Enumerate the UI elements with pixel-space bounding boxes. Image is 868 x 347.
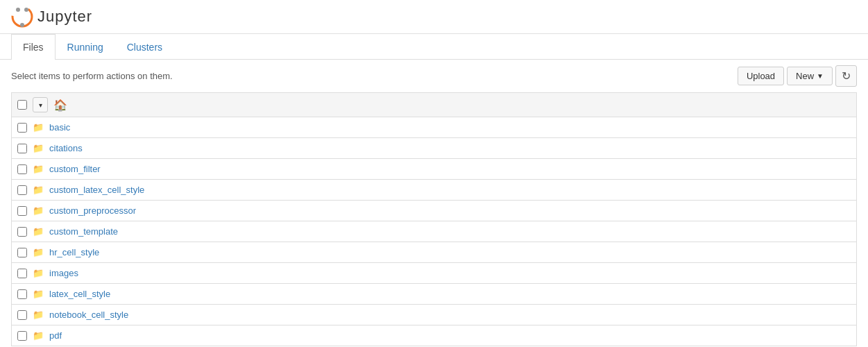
table-row: 📁custom_filter: [11, 158, 857, 179]
svg-point-3: [20, 23, 24, 27]
file-link[interactable]: images: [49, 268, 78, 278]
file-link[interactable]: notebook_cell_style: [49, 310, 128, 320]
new-dropdown-arrow: ▼: [817, 72, 824, 80]
row-checkbox[interactable]: [17, 164, 27, 174]
folder-icon: 📁: [33, 268, 44, 278]
jupyter-logo-icon: [11, 6, 33, 28]
table-row: 📁latex_cell_style: [11, 283, 857, 304]
folder-icon: 📁: [33, 185, 44, 195]
table-row: 📁citations: [11, 137, 857, 158]
file-link[interactable]: custom_latex_cell_style: [49, 185, 144, 195]
folder-icon: 📁: [33, 226, 44, 237]
upload-button[interactable]: Upload: [738, 67, 784, 85]
row-checkbox[interactable]: [17, 123, 27, 133]
table-row: 📁pdf: [11, 325, 857, 346]
tab-files[interactable]: Files: [11, 34, 56, 60]
select-all-checkbox[interactable]: [17, 100, 27, 110]
row-checkbox[interactable]: [17, 289, 27, 299]
file-link[interactable]: hr_cell_style: [49, 247, 99, 257]
folder-icon: 📁: [33, 143, 44, 153]
row-checkbox[interactable]: [17, 310, 27, 320]
file-link[interactable]: custom_filter: [49, 164, 101, 174]
file-link[interactable]: basic: [49, 122, 70, 133]
file-list-container: ▾ 🏠 📁basic📁citations📁custom_filter📁custo…: [0, 92, 868, 346]
file-link[interactable]: custom_preprocessor: [49, 205, 136, 216]
row-checkbox[interactable]: [17, 248, 27, 257]
table-row: 📁basic: [11, 117, 857, 137]
table-row: 📁notebook_cell_style: [11, 304, 857, 325]
toolbar: Select items to perform actions on them.…: [0, 60, 868, 92]
svg-point-2: [24, 8, 28, 12]
tab-clusters[interactable]: Clusters: [115, 34, 174, 60]
row-checkbox[interactable]: [17, 144, 27, 153]
tab-running[interactable]: Running: [56, 34, 115, 60]
file-link[interactable]: custom_template: [49, 226, 118, 237]
file-link[interactable]: pdf: [49, 330, 62, 341]
table-row: 📁custom_template: [11, 221, 857, 242]
logo: Jupyter: [11, 6, 92, 28]
folder-icon: 📁: [33, 122, 44, 133]
folder-icon: 📁: [33, 205, 44, 216]
table-row: 📁images: [11, 262, 857, 283]
sort-dropdown[interactable]: ▾: [33, 97, 48, 112]
row-checkbox[interactable]: [17, 206, 27, 216]
folder-icon: 📁: [33, 310, 44, 320]
table-row: 📁custom_preprocessor: [11, 200, 857, 221]
file-link[interactable]: latex_cell_style: [49, 289, 110, 299]
file-rows: 📁basic📁citations📁custom_filter📁custom_la…: [11, 117, 857, 346]
home-icon[interactable]: 🏠: [53, 99, 67, 112]
toolbar-actions: Upload New ▼ ↻: [738, 65, 857, 87]
folder-icon: 📁: [33, 330, 44, 341]
table-row: 📁custom_latex_cell_style: [11, 179, 857, 200]
app-header: Jupyter: [0, 0, 868, 34]
new-button-label: New: [796, 71, 814, 81]
folder-icon: 📁: [33, 164, 44, 174]
file-link[interactable]: citations: [49, 143, 83, 153]
folder-icon: 📁: [33, 289, 44, 299]
row-checkbox[interactable]: [17, 331, 27, 341]
row-checkbox[interactable]: [17, 227, 27, 237]
row-checkbox[interactable]: [17, 185, 27, 195]
table-row: 📁hr_cell_style: [11, 242, 857, 262]
logo-text: Jupyter: [37, 8, 92, 26]
file-list-header: ▾ 🏠: [11, 92, 857, 117]
row-checkbox[interactable]: [17, 269, 27, 278]
folder-icon: 📁: [33, 247, 44, 257]
tab-bar: Files Running Clusters: [0, 34, 868, 60]
new-button[interactable]: New ▼: [787, 67, 833, 85]
svg-point-1: [16, 8, 20, 12]
toolbar-instruction: Select items to perform actions on them.: [11, 71, 173, 81]
refresh-button[interactable]: ↻: [835, 65, 857, 87]
